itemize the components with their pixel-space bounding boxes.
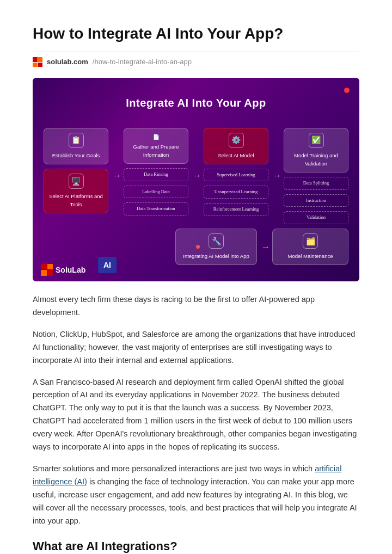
arrow-2: → [193, 169, 199, 183]
unsupervised-learning-box: Unsupervised Learning [204, 186, 268, 199]
hero-title: Integrate AI Into Your App [44, 94, 348, 112]
training-column: ✅ Model Training and Validation Data Spl… [284, 128, 348, 224]
paragraph-1: Almost every tech firm these days is rac… [33, 293, 359, 319]
data-rinsing-box: Data Rinsing [124, 168, 188, 181]
flow-row-1: 📋 Establish Your Goals 🖥️ Select AI Plat… [44, 128, 348, 224]
integrating-ai-box: 🔧 Integrating AI Model into App [175, 229, 257, 265]
title-divider [33, 52, 359, 52]
select-ai-box: ⚙️ Select AI Model [204, 128, 268, 164]
goals-icon: 📋 [69, 133, 84, 148]
data-transformation-box: Data Transformation [124, 202, 188, 216]
p4-before-link: Smarter solutions and more personalized … [33, 464, 315, 473]
gather-column: 📄 Gather and Prepare Information Data Ri… [124, 128, 188, 216]
reinforcement-learning-box: Reinforcement Learning [204, 203, 268, 216]
maintenance-icon: 🗂️ [303, 233, 318, 249]
labelling-data-box: Labelling Data [124, 186, 188, 199]
section-heading: What are AI Integrations? [33, 537, 359, 554]
select-ai-column: ⚙️ Select AI Model Supervised Learning U… [204, 128, 268, 216]
supervised-learning-box: Supervised Learning [204, 169, 268, 182]
arrow-3: → [273, 169, 279, 183]
select-ai-icon: ⚙️ [229, 133, 244, 148]
arrow-4: → [261, 240, 268, 254]
flow-row-2: 🔧 Integrating AI Model into App → 🗂️ Mod… [44, 229, 348, 265]
decorative-dot [344, 88, 350, 93]
gather-label: Gather and Prepare Information [127, 143, 185, 159]
integrating-label: Integrating AI Model into App [183, 252, 249, 260]
gather-box: 📄 Gather and Prepare Information [124, 128, 188, 164]
platforms-label: Select AI Platforms and Tools [47, 192, 105, 208]
paragraph-3: A San Francisco-based AI research and de… [33, 376, 359, 454]
solulab-logo-icon [41, 264, 53, 276]
paragraph-2: Notion, ClickUp, HubSpot, and Salesforce… [33, 328, 359, 367]
gather-icon: 📄 [153, 133, 160, 141]
url-path: /how-to-integrate-ai-into-an-app [93, 57, 192, 68]
page-title: How to Integrate AI Into Your App? [33, 22, 359, 46]
validation-box: Validation [284, 211, 348, 224]
goals-label: Establish Your Goals [52, 151, 100, 159]
solulab-badge: SoluLab [41, 264, 85, 276]
url-domain[interactable]: solulab.com [47, 57, 88, 68]
data-splitting-box: Data Splitting [284, 177, 348, 190]
solulab-favicon-icon [33, 57, 42, 67]
maintenance-box: 🗂️ Model Maintenance [272, 229, 348, 265]
maintenance-label: Model Maintenance [288, 252, 333, 260]
flow-box-establish-goals: 📋 Establish Your Goals [44, 128, 108, 164]
paragraph-4: Smarter solutions and more personalized … [33, 463, 359, 528]
integrating-icon: 🔧 [209, 233, 224, 249]
training-icon: ✅ [309, 133, 324, 148]
instruction-box: Instruction [284, 194, 348, 207]
url-bar: solulab.com /how-to-integrate-ai-into-an… [33, 57, 359, 68]
training-box: ✅ Model Training and Validation [284, 128, 348, 173]
ai-badge: AI [98, 257, 117, 273]
solulab-label: SoluLab [56, 264, 85, 276]
select-ai-label: Select AI Model [218, 151, 254, 159]
hero-image: Integrate AI Into Your App 📋 Establish Y… [33, 78, 359, 281]
arrow-1: → [113, 169, 119, 183]
platforms-icon: 🖥️ [69, 174, 84, 189]
flowchart: 📋 Establish Your Goals 🖥️ Select AI Plat… [44, 128, 348, 265]
flow-box-select-platforms: 🖥️ Select AI Platforms and Tools [44, 169, 108, 213]
training-label: Model Training and Validation [287, 151, 345, 168]
